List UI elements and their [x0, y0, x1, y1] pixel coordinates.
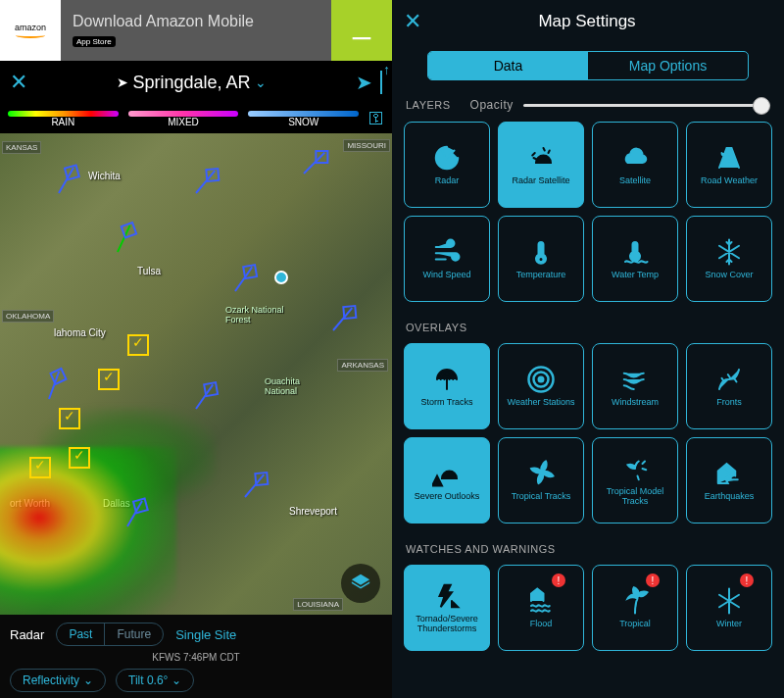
tile-label: Severe Outlooks — [415, 492, 480, 502]
forest-ouachita: Ouachita National — [265, 376, 300, 396]
overlays-grid: Storm TracksWeather StationsWindstreamFr… — [392, 339, 784, 533]
storm-cell[interactable] — [98, 369, 120, 390]
tropical-icon — [526, 459, 556, 488]
windstream-icon — [620, 365, 650, 394]
tab-map-options[interactable]: Map Options — [588, 52, 748, 79]
state-oklahoma: OKLAHOMA — [2, 310, 54, 323]
alert-badge: ! — [552, 573, 565, 587]
tile-label: Storm Tracks — [420, 398, 472, 408]
settings-topbar: ✕ Map Settings — [392, 0, 784, 43]
locate-button[interactable]: ➤ — [356, 71, 372, 94]
tile-label: Tropical Model Tracks — [597, 487, 673, 507]
tile-storm-tracks[interactable]: Storm Tracks — [404, 343, 490, 429]
wind-barb — [303, 152, 325, 174]
city-okc: lahoma City — [54, 327, 106, 338]
tropical-model-icon — [620, 454, 650, 483]
wind-icon — [432, 237, 462, 267]
chevron-down-icon: ⌄ — [172, 673, 181, 687]
wind-barb — [332, 307, 353, 330]
tile-road[interactable]: Road Weather — [686, 122, 772, 208]
wind-barb — [234, 267, 253, 292]
severe-icon — [432, 459, 462, 488]
close-settings-icon[interactable]: ✕ — [404, 9, 421, 34]
layers-header: LAYERS Opacity — [392, 88, 784, 118]
share-button[interactable] — [380, 72, 382, 94]
wind-barb — [117, 224, 130, 252]
ad-banner[interactable]: amazon Download Amazon Mobile App Store — [0, 0, 392, 61]
tile-palm[interactable]: Tropical! — [592, 565, 678, 651]
tile-label: Radar — [435, 176, 460, 186]
map-topbar: ✕ ➤ Springdale, AR ⌄ ➤ — [0, 61, 392, 104]
opacity-slider[interactable] — [523, 104, 770, 107]
past-toggle[interactable]: Past — [57, 623, 104, 645]
tile-label: Wind Speed — [422, 271, 470, 280]
location-selector[interactable]: ➤ Springdale, AR ⌄ — [35, 73, 348, 93]
tile-stations[interactable]: Weather Stations — [498, 343, 584, 429]
snow-icon — [714, 237, 744, 267]
layers-button[interactable] — [341, 564, 380, 603]
tile-severe[interactable]: Severe Outlooks — [404, 437, 490, 524]
amazon-logo: amazon — [0, 0, 61, 61]
tile-flood[interactable]: Flood! — [498, 565, 584, 651]
tile-radar-sat[interactable]: Radar Satellite — [498, 122, 584, 208]
time-segment[interactable]: Past Future — [56, 623, 164, 646]
palm-icon — [620, 586, 650, 616]
tile-label: Water Temp — [612, 271, 659, 280]
tile-tropical[interactable]: Tropical Tracks — [498, 437, 584, 524]
settings-tabs: Data Map Options — [427, 51, 749, 80]
state-missouri: MISSOURI — [343, 139, 390, 152]
fronts-icon — [714, 365, 744, 394]
single-site-toggle[interactable]: Single Site — [175, 627, 236, 642]
download-button[interactable] — [331, 0, 392, 61]
tile-cloud[interactable]: Satellite — [592, 122, 678, 208]
alert-badge: ! — [740, 573, 754, 587]
chevron-down-icon: ⌄ — [255, 75, 267, 90]
road-icon — [714, 143, 744, 173]
winter-icon — [714, 586, 744, 616]
tile-temp[interactable]: Temperature — [498, 216, 584, 302]
mode-label: Radar — [10, 627, 44, 642]
tile-tornado[interactable]: Tornado/Severe Thunderstorms — [404, 565, 490, 651]
tile-fronts[interactable]: Fronts — [686, 343, 772, 429]
legend-snow: SNOW — [288, 117, 318, 127]
radar-icon — [432, 143, 462, 173]
tilt-selector[interactable]: Tilt 0.6°⌄ — [116, 669, 194, 692]
current-location-dot — [274, 271, 288, 284]
slider-thumb[interactable] — [753, 97, 770, 115]
share-icon — [380, 71, 382, 94]
tile-quake[interactable]: Earthquakes — [686, 437, 772, 524]
download-icon — [348, 17, 375, 44]
opacity-label: Opacity — [470, 98, 514, 112]
close-icon[interactable]: ✕ — [10, 70, 27, 95]
tile-label: Snow Cover — [705, 271, 753, 280]
state-kansas: KANSAS — [2, 141, 41, 154]
state-louisiana: LOUISIANA — [293, 598, 343, 611]
tile-label: Earthquakes — [705, 492, 755, 502]
tab-data[interactable]: Data — [428, 52, 588, 79]
storm-cell[interactable] — [69, 447, 90, 469]
legend-rain: RAIN — [51, 117, 74, 127]
storm-cell[interactable] — [29, 457, 51, 478]
forest-ozark: Ozark National Forest — [225, 305, 284, 324]
alert-badge: ! — [646, 573, 660, 587]
tile-wind[interactable]: Wind Speed — [404, 216, 490, 302]
storm-cell[interactable] — [59, 408, 80, 429]
wind-barb — [195, 384, 214, 410]
key-icon[interactable]: ⚿ — [368, 110, 384, 127]
water-temp-icon — [620, 237, 650, 267]
tile-radar[interactable]: Radar — [404, 122, 490, 208]
tile-winter[interactable]: Winter! — [686, 565, 772, 651]
wind-barb — [48, 371, 60, 399]
radar-map[interactable]: KANSAS MISSOURI OKLAHOMA ARKANSAS LOUISI… — [0, 133, 392, 615]
tile-tropical-model[interactable]: Tropical Model Tracks — [592, 437, 678, 524]
tile-label: Tropical Tracks — [512, 492, 571, 502]
cloud-icon — [620, 143, 650, 173]
station-info: KFWS 7:46PM CDT — [10, 652, 382, 663]
tile-water-temp[interactable]: Water Temp — [592, 216, 678, 302]
reflectivity-selector[interactable]: Reflectivity⌄ — [10, 669, 106, 692]
tile-windstream[interactable]: Windstream — [592, 343, 678, 429]
tile-snow[interactable]: Snow Cover — [686, 216, 772, 302]
future-toggle[interactable]: Future — [105, 623, 163, 645]
storm-cell[interactable] — [127, 334, 149, 356]
location-arrow-icon: ➤ — [117, 75, 128, 90]
